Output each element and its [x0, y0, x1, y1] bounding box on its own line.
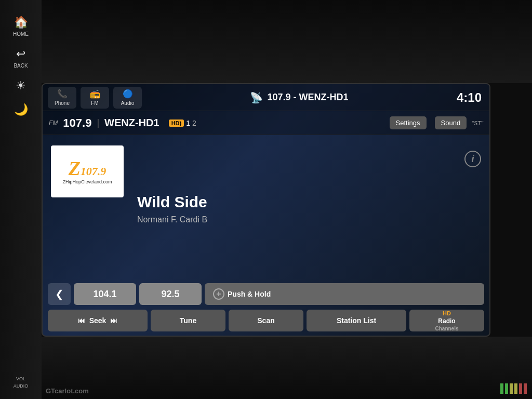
vol-audio-button[interactable]: VOL AUDIO: [14, 376, 29, 389]
phone-label: Phone: [55, 100, 70, 106]
hd-radio-icon: HD: [443, 310, 451, 316]
nav-station-text: 107.9 - WENZ-HD1: [267, 92, 348, 103]
logo-url: ZHipHopCleveland.com: [62, 179, 112, 184]
hd-badge: HD): [169, 119, 184, 127]
nav-station-display: 📡 107.9 - WENZ-HD1: [146, 91, 453, 104]
station-bar: FM 107.9 | WENZ-HD1 HD) 1 2 Settings Sou…: [43, 111, 489, 135]
tune-button[interactable]: Tune: [151, 310, 225, 331]
stripe-6: [524, 383, 527, 394]
logo-freq: 107.9: [81, 166, 107, 177]
nav-radio-icon: 📡: [250, 91, 263, 104]
hd-channel-1[interactable]: 1: [186, 119, 190, 127]
prev-preset-button[interactable]: ❮: [48, 283, 71, 305]
sound-button[interactable]: Sound: [435, 116, 467, 129]
gt-stripes: [500, 383, 527, 394]
main-screen: 📞 Phone 📻 FM 🔵 Audio 📡 107.9 - WENZ-HD1 …: [42, 83, 490, 337]
hd-radio-label: Radio: [438, 317, 455, 325]
top-nav: 📞 Phone 📻 FM 🔵 Audio 📡 107.9 - WENZ-HD1 …: [43, 84, 489, 111]
seek-back-icon: ⏮: [78, 316, 85, 325]
fm-label: FM: [91, 100, 98, 106]
st-indicator: "ST": [472, 120, 483, 126]
prev-arrow-icon: ❮: [55, 288, 64, 300]
info-button[interactable]: i: [464, 151, 481, 167]
seek-fwd-icon: ⏭: [110, 316, 117, 325]
station-list-button[interactable]: Station List: [307, 310, 406, 331]
preset-row: ❮ 104.1 92.5 + Push & Hold: [43, 283, 489, 310]
dashboard-top: [0, 0, 532, 83]
audio-sidebar-label: AUDIO: [14, 383, 29, 389]
plus-circle-icon: +: [213, 288, 224, 300]
fm-button[interactable]: 📻 FM: [81, 87, 109, 109]
vol-label: VOL: [16, 376, 25, 381]
brightness-icon: ☀: [16, 79, 26, 92]
clock-display: 4:10: [457, 90, 484, 105]
stripe-4: [514, 383, 517, 394]
hd-channel-2[interactable]: 2: [192, 119, 196, 127]
channels-label: Channels: [435, 326, 458, 331]
station-logo: Z 107.9 ZHipHopCleveland.com: [51, 145, 124, 197]
fm-badge: FM: [49, 119, 58, 127]
hd-radio-button[interactable]: HD Radio Channels: [409, 310, 484, 331]
back-label: BACK: [14, 63, 28, 69]
audio-label: Audio: [121, 100, 135, 106]
home-icon: 🏠: [14, 16, 28, 29]
watermark: GTcarlot.com: [46, 387, 89, 395]
back-icon: ↩: [16, 47, 25, 61]
settings-button[interactable]: Settings: [390, 116, 427, 129]
stripe-2: [505, 383, 508, 394]
seek-button[interactable]: ⏮ Seek ⏭: [48, 310, 148, 331]
phone-button[interactable]: 📞 Phone: [48, 87, 76, 109]
song-info: Wild Side Normani F. Cardi B: [132, 145, 456, 272]
fm-icon: 📻: [90, 89, 100, 99]
stripe-3: [510, 383, 513, 394]
hd-indicator: HD) 1 2: [169, 119, 196, 127]
bluetooth-icon: 🔵: [123, 89, 133, 99]
song-title: Wild Side: [137, 193, 456, 211]
home-label: HOME: [13, 31, 29, 37]
back-button[interactable]: ↩ BACK: [14, 47, 28, 69]
phone-icon: 📞: [57, 89, 68, 99]
station-separator: |: [97, 117, 99, 128]
left-sidebar: 🏠 HOME ↩ BACK ☀ 🌙 VOL AUDIO: [0, 0, 42, 399]
home-button[interactable]: 🏠 HOME: [13, 16, 29, 37]
content-area: Z 107.9 ZHipHopCleveland.com Wild Side N…: [43, 135, 489, 283]
stripe-1: [500, 383, 503, 394]
night-mode-button[interactable]: 🌙: [14, 103, 28, 116]
scan-button[interactable]: Scan: [229, 310, 303, 331]
audio-button[interactable]: 🔵 Audio: [113, 87, 142, 109]
station-frequency: 107.9: [63, 116, 91, 130]
preset-1-button[interactable]: 104.1: [74, 283, 136, 305]
station-name: WENZ-HD1: [104, 117, 159, 129]
song-artist: Normani F. Cardi B: [137, 215, 456, 224]
push-hold-button[interactable]: + Push & Hold: [205, 283, 484, 305]
seek-label: Seek: [89, 316, 107, 325]
night-icon: 🌙: [14, 103, 28, 116]
push-hold-label: Push & Hold: [228, 290, 271, 298]
preset-2-button[interactable]: 92.5: [139, 283, 202, 305]
control-row: ⏮ Seek ⏭ Tune Scan Station List HD Radio…: [43, 310, 489, 337]
logo-z: Z: [69, 158, 81, 178]
stripe-5: [519, 383, 522, 394]
brightness-button[interactable]: ☀: [16, 79, 26, 92]
